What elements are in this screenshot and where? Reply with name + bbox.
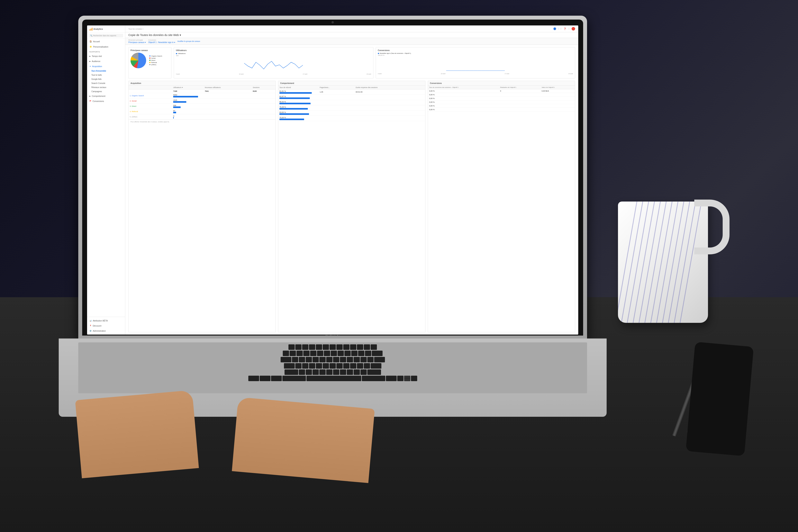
sidebar-item-acquisition[interactable]: ▼ Acquisition [87, 64, 125, 69]
key-comma[interactable] [347, 369, 353, 375]
sidebar-sub-tout-trafic[interactable]: Tout le trafic [87, 73, 125, 77]
sidebar-search-area[interactable]: 🔍 Rechercher dans les rapports [87, 33, 125, 39]
key-f4[interactable] [316, 344, 322, 350]
sidebar-sub-search-console[interactable]: Search Console [87, 81, 125, 85]
key-backslash[interactable] [374, 357, 385, 362]
search-box[interactable]: 🔍 Rechercher dans les rapports [89, 34, 123, 37]
laptop-screen[interactable]: Analytics 🔍 Rechercher dans les rapports… [87, 25, 578, 335]
key-x[interactable] [306, 369, 312, 375]
key-bracket-l[interactable] [360, 357, 367, 362]
key-period[interactable] [354, 369, 360, 375]
key-q[interactable] [292, 357, 298, 362]
key-s[interactable] [302, 363, 308, 368]
key-f3[interactable] [309, 344, 315, 350]
key-i[interactable] [340, 357, 346, 362]
key-caps[interactable] [284, 363, 295, 368]
sidebar-item-conversions[interactable]: 🚩 Conversions [87, 99, 125, 104]
sidebar-item-comportement[interactable]: ▶ Comportement [87, 94, 125, 99]
key-g[interactable] [323, 363, 329, 368]
modify-channel-link[interactable]: Modifier le groupe de canaux [177, 40, 200, 42]
key-r[interactable] [312, 357, 319, 362]
key-8[interactable] [338, 350, 344, 356]
key-up-down[interactable] [404, 376, 410, 381]
sidebar-item-decouvrir[interactable]: 📍 Découvrir [87, 323, 125, 328]
key-2[interactable] [297, 350, 303, 356]
key-0[interactable] [351, 350, 358, 356]
sidebar-sub-google-ads[interactable]: Google Ads [87, 77, 125, 81]
key-f9[interactable] [350, 344, 356, 350]
key-l[interactable] [350, 363, 356, 368]
sidebar-sub-vue-ensemble[interactable]: Vue d'ensemble [87, 69, 125, 73]
key-f2[interactable] [302, 344, 308, 350]
profile-avatar[interactable] [572, 27, 575, 31]
key-a[interactable] [295, 363, 302, 368]
key-alt-r[interactable] [386, 376, 397, 381]
sidebar-sub-campagnes[interactable]: Campagnes [87, 90, 125, 94]
key-b[interactable] [326, 369, 332, 375]
key-shift-l[interactable] [285, 369, 298, 375]
key-4[interactable] [310, 350, 317, 356]
key-5[interactable] [317, 350, 323, 356]
key-equal[interactable] [365, 350, 371, 356]
key-fn[interactable] [248, 376, 259, 381]
th-users[interactable]: Utilisateurs ▾ [172, 86, 204, 90]
key-bracket-r[interactable] [367, 357, 374, 362]
key-6[interactable] [324, 350, 330, 356]
key-y[interactable] [326, 357, 332, 362]
sidebar-item-audience[interactable]: ▶ Audience [87, 59, 125, 64]
sidebar-item-attribution[interactable]: 📊 Attribution BÊTA [87, 318, 125, 323]
key-c[interactable] [312, 369, 319, 375]
sidebar-item-home[interactable]: 🏠 Accueil [87, 39, 125, 44]
dimension-select[interactable]: Principaux canaux ▾ [128, 41, 146, 43]
key-f8[interactable] [343, 344, 349, 350]
key-space[interactable] [306, 376, 361, 381]
key-u[interactable] [333, 357, 339, 362]
key-slash[interactable] [360, 369, 367, 375]
sidebar-item-administration[interactable]: ⚙️ Administration [87, 328, 125, 334]
key-3[interactable] [303, 350, 309, 356]
more-icon[interactable]: ⋮ [568, 27, 570, 30]
key-f1[interactable] [295, 344, 302, 350]
key-cmd-l[interactable] [282, 376, 306, 381]
key-9[interactable] [344, 350, 351, 356]
key-backtick[interactable] [283, 350, 289, 356]
key-f12[interactable] [370, 344, 377, 350]
key-semicolon[interactable] [357, 363, 363, 368]
key-d[interactable] [309, 363, 315, 368]
key-p[interactable] [354, 357, 360, 362]
key-enter[interactable] [370, 363, 381, 368]
key-k[interactable] [343, 363, 349, 368]
key-right[interactable] [411, 376, 417, 381]
key-v[interactable] [319, 369, 326, 375]
key-z[interactable] [299, 369, 305, 375]
key-up[interactable] [404, 376, 410, 378]
key-h[interactable] [329, 363, 336, 368]
key-shift-r[interactable] [367, 369, 381, 375]
sidebar-sub-reseaux[interactable]: Réseaux sociaux [87, 85, 125, 90]
key-esc[interactable] [288, 344, 295, 350]
key-f5[interactable] [323, 344, 329, 350]
key-j[interactable] [336, 363, 343, 368]
conversion-select[interactable]: Objectif 1 : Newsletter sign in ▾ [148, 41, 175, 43]
key-n[interactable] [333, 369, 339, 375]
key-ctrl[interactable] [260, 376, 270, 381]
key-down[interactable] [404, 378, 410, 381]
key-backspace[interactable] [372, 350, 383, 356]
key-7[interactable] [331, 350, 337, 356]
sidebar-item-realtime[interactable]: ▶ Temps réel [87, 54, 125, 59]
key-f7[interactable] [336, 344, 343, 350]
key-o[interactable] [347, 357, 353, 362]
key-minus[interactable] [358, 350, 364, 356]
key-tab[interactable] [281, 357, 291, 362]
key-f[interactable] [316, 363, 322, 368]
key-w[interactable] [299, 357, 305, 362]
apps-icon[interactable]: ⋮⋮ [558, 27, 562, 30]
key-1[interactable] [290, 350, 296, 356]
key-f6[interactable] [329, 344, 336, 350]
sidebar-item-personalisation[interactable]: ⭐ Personnalisation [87, 44, 125, 49]
key-alt-l[interactable] [271, 376, 282, 381]
key-f11[interactable] [364, 344, 370, 350]
key-e[interactable] [306, 357, 312, 362]
key-m[interactable] [340, 369, 346, 375]
key-f10[interactable] [357, 344, 363, 350]
